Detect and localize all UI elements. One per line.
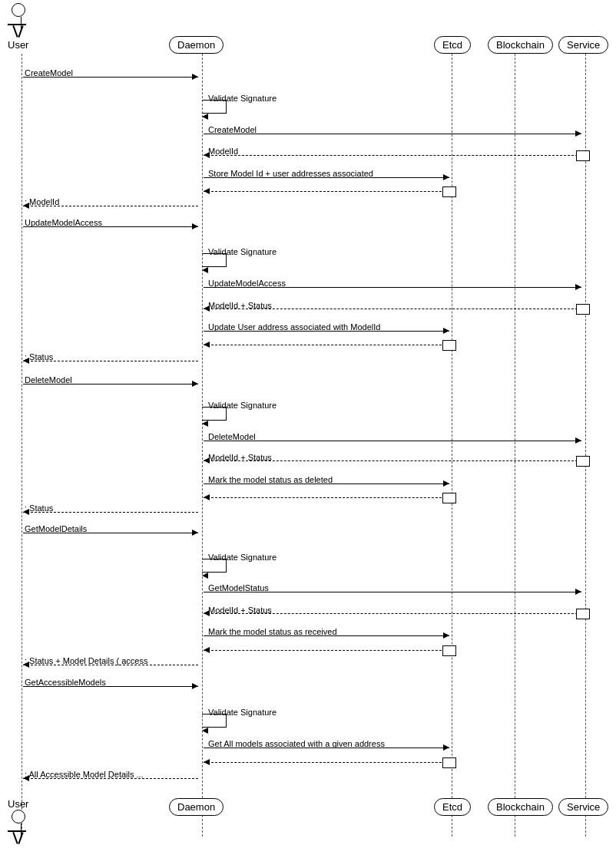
self-arrow-validate-sig-5-head bbox=[202, 728, 208, 734]
return-box-7 bbox=[576, 609, 590, 619]
arrow-get-model-details-head bbox=[192, 530, 198, 536]
lifeline-service bbox=[585, 54, 586, 837]
arrow-update-return bbox=[204, 345, 449, 345]
arrow-get-all-models-return-head bbox=[204, 759, 210, 765]
label-get-model-status: GetModelStatus bbox=[208, 583, 269, 592]
actor-user-bottom: User bbox=[8, 797, 28, 844]
label-all-accessible-models: : All Accessible Model Details ... bbox=[25, 770, 144, 779]
self-arrow-validate-sig-3-head bbox=[202, 421, 208, 427]
self-arrow-validate-sig-2-head bbox=[202, 267, 208, 273]
label-modelid-status-2: ModelId + Status bbox=[208, 453, 272, 462]
label-validate-sig-5: Validate Signature bbox=[208, 708, 277, 717]
user-head-bottom bbox=[12, 810, 25, 823]
label-mark-deleted: Mark the model status as deleted bbox=[208, 475, 333, 484]
arrow-create-model-service bbox=[204, 134, 581, 134]
arrow-store-modelid-head bbox=[443, 174, 449, 180]
actor-user-top: User bbox=[8, 3, 28, 51]
label-validate-sig-2: Validate Signature bbox=[208, 247, 277, 256]
return-box-1 bbox=[576, 150, 590, 161]
arrow-get-model-status-head bbox=[575, 589, 581, 595]
label-delete-model: DeleteModel bbox=[25, 375, 72, 384]
arrow-create-model-service-head bbox=[575, 130, 581, 137]
return-box-2 bbox=[442, 186, 456, 197]
blockchain-label-bottom: Blockchain bbox=[488, 798, 553, 816]
arrow-store-return bbox=[204, 191, 449, 192]
return-box-5 bbox=[576, 456, 590, 467]
arrow-mark-received-return-head bbox=[204, 647, 210, 653]
arrow-create-model-head bbox=[192, 74, 198, 80]
label-modelid-status-3: ModelId + Status bbox=[208, 606, 272, 615]
arrow-get-all-models-return bbox=[204, 762, 449, 763]
actor-user-label-bottom: User bbox=[8, 798, 28, 810]
arrow-delete-model-head bbox=[192, 381, 198, 387]
lifeline-etcd bbox=[452, 54, 452, 837]
label-get-accessible-models: GetAccessibleModels bbox=[25, 678, 106, 687]
arrow-update-return-head bbox=[204, 342, 210, 348]
arrow-update-model-access-head bbox=[192, 223, 198, 229]
label-status-model-details: : Status + Model Details ( access bbox=[25, 656, 147, 665]
blockchain-label-top: Blockchain bbox=[488, 36, 553, 54]
return-box-4 bbox=[442, 340, 456, 351]
label-modelid-status: ModelId + Status bbox=[208, 301, 272, 310]
arrow-modelid-return bbox=[204, 155, 581, 156]
label-modelid-user: : ModelId bbox=[25, 197, 59, 206]
arrow-delete-model-service-head bbox=[575, 437, 581, 444]
label-modelid: ModelId bbox=[208, 147, 238, 156]
etcd-label-top: Etcd bbox=[434, 36, 471, 54]
label-status-user-1: : Status bbox=[25, 352, 53, 361]
return-box-9 bbox=[442, 757, 456, 768]
arrow-update-model-access-service-head bbox=[575, 284, 581, 290]
label-mark-received: Mark the model status as received bbox=[208, 627, 337, 636]
arrow-store-return-head bbox=[204, 188, 210, 194]
arrow-update-user-address-head bbox=[443, 328, 449, 334]
arrow-delete-model-service bbox=[204, 441, 581, 441]
label-status-user-2: : Status bbox=[25, 503, 53, 513]
label-create-model: CreateModel bbox=[25, 68, 73, 78]
sequence-diagram: User Daemon Etcd Blockchain Service Crea… bbox=[0, 0, 616, 868]
return-box-6 bbox=[442, 493, 456, 503]
label-update-model-access: UpdateModelAccess bbox=[25, 218, 102, 227]
label-get-all-models: Get All models associated with a given a… bbox=[208, 739, 385, 748]
label-update-model-access-service: UpdateModelAccess bbox=[208, 279, 286, 288]
label-create-model-service: CreateModel bbox=[208, 125, 257, 134]
arrow-mark-deleted-return bbox=[204, 497, 449, 498]
daemon-label-bottom: Daemon bbox=[169, 798, 224, 816]
self-arrow-validate-sig-4-head bbox=[202, 573, 208, 579]
service-label-bottom: Service bbox=[558, 798, 608, 816]
arrow-get-accessible-models-head bbox=[192, 683, 198, 689]
arrow-mark-received-head bbox=[443, 632, 449, 639]
actor-user-label-top: User bbox=[8, 39, 28, 51]
etcd-label-bottom: Etcd bbox=[434, 798, 471, 816]
label-update-user-address: Update User address associated with Mode… bbox=[208, 322, 380, 332]
self-arrow-validate-sig-1-head bbox=[202, 114, 208, 120]
label-delete-model-service: DeleteModel bbox=[208, 432, 256, 441]
label-validate-sig-4: Validate Signature bbox=[208, 553, 277, 562]
user-head-top bbox=[12, 3, 25, 17]
daemon-label-top: Daemon bbox=[169, 36, 224, 54]
lifeline-user bbox=[22, 54, 22, 837]
lifeline-blockchain bbox=[515, 54, 515, 837]
arrow-mark-deleted-return-head bbox=[204, 494, 210, 500]
label-validate-sig-1: Validate Signature bbox=[208, 94, 277, 103]
label-store-modelid: Store Model Id + user addresses associat… bbox=[208, 169, 373, 178]
arrow-get-all-models-head bbox=[443, 744, 449, 751]
arrow-mark-received-return bbox=[204, 650, 449, 651]
label-get-model-details: GetModelDetails bbox=[25, 524, 87, 533]
return-box-8 bbox=[442, 645, 456, 656]
return-box-3 bbox=[576, 304, 590, 315]
label-validate-sig-3: Validate Signature bbox=[208, 401, 277, 410]
service-label-top: Service bbox=[558, 36, 608, 54]
arrow-mark-deleted-head bbox=[443, 480, 449, 487]
